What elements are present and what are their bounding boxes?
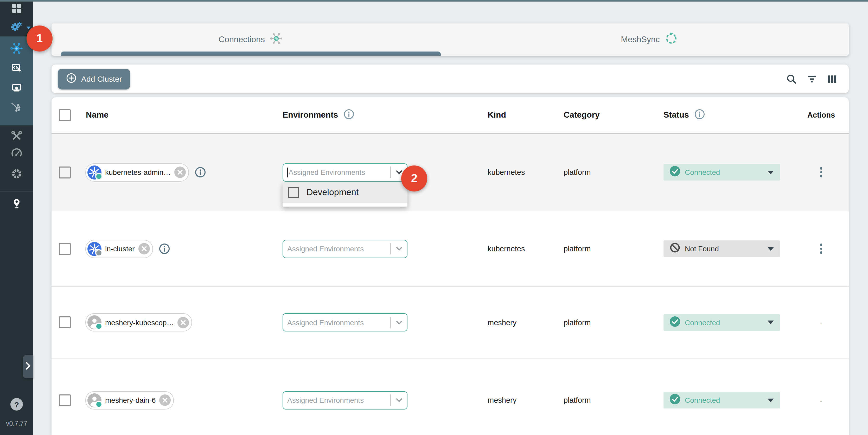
environments-select[interactable]: Assigned Environments xyxy=(283,240,407,258)
status-dropdown-arrow-icon[interactable] xyxy=(768,320,774,324)
environments-placeholder: Assigned Environments xyxy=(287,396,388,404)
sidebar-item-hierarchy[interactable] xyxy=(0,99,33,119)
connection-status-dot xyxy=(95,249,102,256)
chevron-down-icon[interactable] xyxy=(395,396,404,405)
connection-status-dot xyxy=(95,400,102,408)
environment-option-development[interactable]: Development xyxy=(283,182,407,203)
text-cursor xyxy=(287,167,288,177)
info-icon[interactable] xyxy=(694,108,705,122)
add-cluster-label: Add Cluster xyxy=(81,74,122,83)
status-chip[interactable]: Connected xyxy=(663,392,780,408)
select-divider xyxy=(390,317,391,328)
status-dropdown-arrow-icon[interactable] xyxy=(768,170,774,174)
dashboard-grid-icon xyxy=(11,3,22,16)
select-divider xyxy=(390,243,391,254)
code-wrench-icon xyxy=(10,62,23,76)
option-checkbox[interactable] xyxy=(288,187,299,198)
connection-name-label: meshery-dain-6 xyxy=(101,396,159,404)
column-header-name[interactable]: Name xyxy=(78,110,282,120)
sidebar-item-location[interactable] xyxy=(0,191,33,218)
environments-select[interactable]: Assigned Environments xyxy=(283,391,407,409)
info-icon[interactable] xyxy=(343,108,354,122)
column-header-environments[interactable]: Environments xyxy=(283,110,338,120)
view-columns-icon[interactable] xyxy=(826,72,838,85)
table-header-row: Name Environments Kind Category Status xyxy=(52,97,849,134)
column-header-actions: Actions xyxy=(794,111,849,119)
connections-mesh-icon xyxy=(10,42,23,57)
row-checkbox[interactable] xyxy=(59,394,70,406)
remove-connection-icon[interactable] xyxy=(174,166,186,178)
status-label: Connected xyxy=(685,168,720,177)
help-icon[interactable]: ? xyxy=(10,398,23,410)
chevron-down-icon[interactable] xyxy=(395,318,404,327)
location-pin-icon xyxy=(10,197,23,212)
status-chip[interactable]: Connected xyxy=(663,314,780,331)
column-header-kind[interactable]: Kind xyxy=(462,110,537,120)
connection-name-chip[interactable]: meshery-dain-6 xyxy=(85,391,174,409)
kind-cell: kubernetes xyxy=(462,245,537,253)
connection-name-chip[interactable]: in-cluster xyxy=(85,240,153,258)
category-cell: platform xyxy=(537,396,638,404)
sidebar-item-configuration[interactable] xyxy=(0,127,33,146)
remove-connection-icon[interactable] xyxy=(178,317,189,328)
tabs-bar: Connections xyxy=(52,23,849,56)
sidebar-item-dashboard[interactable] xyxy=(0,0,33,19)
kind-cell: meshery xyxy=(462,396,537,404)
sidebar-lifecycle-submenu xyxy=(0,36,33,125)
status-chip[interactable]: Connected xyxy=(663,164,780,181)
row-actions-kebab-icon[interactable] xyxy=(818,242,825,256)
tab-meshsync-label: MeshSync xyxy=(621,35,659,44)
column-header-status[interactable]: Status xyxy=(663,110,689,120)
annotation-badge-2: 2 xyxy=(401,165,427,191)
remove-connection-icon[interactable] xyxy=(159,395,171,406)
extensions-ring-icon xyxy=(10,167,23,182)
tab-connections-label: Connections xyxy=(219,35,265,44)
row-actions-kebab-icon[interactable] xyxy=(818,165,825,180)
status-dropdown-arrow-icon[interactable] xyxy=(768,247,774,251)
row-checkbox[interactable] xyxy=(59,243,70,255)
row-checkbox[interactable] xyxy=(59,316,70,328)
search-icon[interactable] xyxy=(785,72,798,85)
sidebar-item-adapters[interactable] xyxy=(0,59,33,79)
sidebar-expand-button[interactable] xyxy=(23,355,33,378)
table-row: meshery-dain-6 Assigned Environments xyxy=(52,358,849,435)
table-row: kubernetes-admin… Assigned xyxy=(52,134,849,211)
connections-table: Name Environments Kind Category Status xyxy=(52,97,849,435)
info-icon[interactable] xyxy=(195,166,206,178)
add-cluster-button[interactable]: Add Cluster xyxy=(58,68,130,89)
kind-cell: kubernetes xyxy=(462,168,537,177)
row-checkbox[interactable] xyxy=(59,166,70,178)
status-dropdown-arrow-icon[interactable] xyxy=(768,398,774,402)
sidebar-item-performance[interactable] xyxy=(0,146,33,163)
environments-placeholder: Assigned Environments xyxy=(288,168,388,177)
connection-status-dot xyxy=(95,173,102,180)
category-cell: platform xyxy=(537,245,638,253)
tab-connections[interactable]: Connections xyxy=(52,23,450,56)
environments-menu: Development xyxy=(283,182,407,207)
chevron-down-icon[interactable] xyxy=(395,244,404,253)
no-actions-placeholder: - xyxy=(820,396,823,405)
column-header-category[interactable]: Category xyxy=(537,110,638,120)
select-all-checkbox[interactable] xyxy=(59,109,70,121)
connection-status-dot xyxy=(95,322,102,330)
connected-check-icon xyxy=(670,394,680,406)
kind-cell: meshery xyxy=(462,318,537,327)
environments-select[interactable]: Assigned Environments xyxy=(283,313,407,332)
remove-connection-icon[interactable] xyxy=(138,243,150,254)
info-icon[interactable] xyxy=(159,243,170,254)
environments-select[interactable]: Assigned Environments xyxy=(283,163,407,181)
connections-tab-icon xyxy=(270,32,283,48)
crossed-wrenches-icon xyxy=(10,129,23,144)
category-cell: platform xyxy=(537,168,638,177)
sidebar-item-extensions[interactable] xyxy=(0,163,33,186)
option-label: Development xyxy=(307,187,359,198)
sidebar-item-clients[interactable] xyxy=(0,79,33,99)
connection-name-chip[interactable]: meshery-kubescop… xyxy=(85,313,192,332)
chevron-down-icon xyxy=(27,27,31,29)
connected-check-icon xyxy=(670,166,680,179)
status-chip[interactable]: Not Found xyxy=(663,240,780,257)
filter-icon[interactable] xyxy=(806,72,818,85)
sidebar: ? v0.7.77 xyxy=(0,0,33,435)
tab-meshsync[interactable]: MeshSync xyxy=(450,23,849,56)
connection-name-chip[interactable]: kubernetes-admin… xyxy=(85,163,189,181)
